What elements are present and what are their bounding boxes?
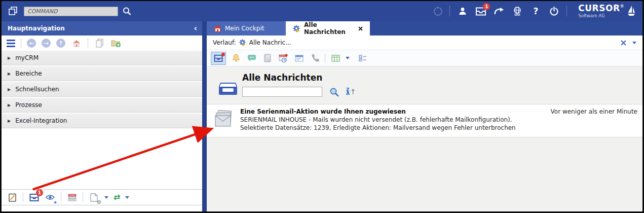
content-header: Alle Nachrichten ZA	[207, 66, 642, 97]
table-view-icon[interactable]	[330, 53, 341, 64]
page-title: Alle Nachrichten	[242, 73, 356, 83]
phone-icon[interactable]	[309, 53, 320, 64]
messages-content: Alle Nachrichten ZA	[207, 66, 642, 211]
calendar-clock-icon[interactable]	[278, 53, 289, 64]
history-entry[interactable]: Alle Nachric...	[249, 39, 291, 46]
contact-book-icon[interactable]	[262, 53, 273, 64]
inbox-badge: 1	[36, 189, 43, 196]
user-icon[interactable]	[457, 6, 468, 17]
inbox-icon[interactable]: 1	[28, 192, 40, 203]
sort-icon[interactable]: ZA ↑	[346, 88, 356, 96]
tab-alle-nachrichten[interactable]: Alle Nachrichten	[286, 21, 370, 36]
chevron-down-icon[interactable]	[125, 196, 129, 199]
nav-empty-area	[2, 129, 202, 189]
divider	[88, 39, 88, 48]
message-line-2: Selektierte Datensätze: 1239, Erledigte …	[240, 124, 541, 132]
panel-separator	[202, 21, 207, 36]
collapse-panel-icon[interactable]: ‹	[194, 24, 197, 32]
calendar-icon[interactable]	[66, 192, 78, 203]
tab-label: Mein Cockpit	[225, 25, 264, 32]
main-panel: Verlauf: Alle Nachric...	[207, 36, 642, 211]
mail-stack-icon	[214, 108, 240, 132]
tab-bar: Mein Cockpit Alle Nachrichten	[207, 21, 642, 36]
web-link-icon[interactable]	[512, 6, 523, 17]
divider	[21, 39, 21, 48]
divider	[61, 193, 61, 202]
inbox-large-icon	[214, 73, 242, 97]
statusbar-strip	[2, 205, 202, 211]
sync-icon[interactable]: ⇄	[113, 193, 120, 201]
notes-clipboard-icon[interactable]	[7, 192, 18, 203]
loading-spinner-icon	[434, 7, 442, 16]
nav-toolbar: ← → ↑	[2, 36, 202, 51]
second-row: Hauptnavigation ‹ Mein Cockpit	[2, 21, 642, 36]
detail-list-icon[interactable]	[357, 53, 368, 64]
expand-arrow-icon: ▶	[8, 119, 11, 123]
app-window: 1 ?	[0, 0, 644, 213]
message-list-item[interactable]: Eine Serienmail-Aktion wurde Ihnen zugew…	[207, 104, 642, 137]
forward-icon[interactable]: →	[42, 39, 51, 48]
chevron-down-icon[interactable]	[632, 42, 636, 44]
panel-view-icon[interactable]	[293, 53, 305, 64]
divider	[325, 54, 325, 63]
logo-title: CURSOR®	[578, 4, 624, 13]
add-folder-icon[interactable]	[110, 38, 122, 49]
panel-separator[interactable]	[202, 36, 207, 211]
inbox-icon[interactable]: 1	[475, 6, 486, 17]
process-gear-icon	[239, 39, 246, 46]
command-search	[24, 7, 131, 16]
navigation-panel: ← → ↑	[2, 36, 202, 211]
tab-mein-cockpit[interactable]: Mein Cockpit	[207, 21, 286, 36]
back-icon[interactable]: ←	[27, 39, 36, 48]
home-icon[interactable]	[71, 38, 82, 49]
nav-item-mycrm[interactable]: ▶ myCRM	[2, 51, 202, 65]
inbox-badge: 1	[483, 3, 490, 10]
notification-dot	[221, 53, 225, 56]
message-line-1: SERIENMAIL INHOUSE - Mails wurden nicht …	[240, 116, 541, 124]
messages-toolbar	[207, 50, 642, 66]
watchlist-eye-icon[interactable]: ★	[45, 192, 56, 203]
copy-icon[interactable]	[94, 38, 105, 49]
clear-history-icon[interactable]	[621, 40, 626, 46]
divider	[449, 6, 450, 16]
expand-arrow-icon: ▶	[8, 56, 11, 60]
nav-item-prozesse[interactable]: ▶ Prozesse	[2, 98, 202, 113]
power-logout-icon[interactable]	[548, 6, 559, 17]
search-icon[interactable]	[122, 7, 131, 16]
tab-label: Alle Nachrichten	[304, 21, 355, 36]
modules-icon[interactable]	[8, 6, 19, 16]
command-input[interactable]	[24, 7, 118, 16]
process-gear-icon	[293, 25, 300, 32]
up-icon[interactable]: ↑	[56, 39, 65, 48]
close-tab-icon[interactable]	[358, 26, 363, 31]
alerts-bell-icon[interactable]	[231, 53, 242, 64]
star-icon: ★	[53, 200, 57, 205]
all-messages-button[interactable]	[211, 52, 226, 65]
divider	[566, 6, 567, 16]
search-icon[interactable]	[329, 87, 339, 97]
messages-filter-input[interactable]	[242, 87, 322, 97]
redo-arrow-icon[interactable]	[494, 6, 505, 17]
nav-item-excel-integration[interactable]: ▶ Excel-Integration	[2, 114, 202, 128]
home-icon	[214, 25, 221, 32]
history-label: Verlauf:	[213, 39, 236, 46]
chevron-down-icon[interactable]	[104, 196, 108, 199]
nav-accordion: ▶ myCRM ▶ Bereiche ▶ Schnellsuchen ▶ Pro…	[2, 51, 202, 129]
message-timestamp: Vor weniger als einer Minute	[541, 108, 637, 132]
cursor-logo: CURSOR® Software AG	[576, 3, 637, 20]
message-title: Eine Serienmail-Aktion wurde Ihnen zugew…	[240, 108, 541, 115]
document-settings-icon[interactable]: ⚙	[88, 192, 99, 203]
help-icon[interactable]: ?	[530, 6, 541, 17]
nav-item-schnellsuchen[interactable]: ▶ Schnellsuchen	[2, 82, 202, 97]
nav-item-bereiche[interactable]: ▶ Bereiche	[2, 66, 202, 81]
sailboat-icon	[627, 5, 635, 17]
chevron-down-icon[interactable]	[346, 57, 350, 59]
list-search: ZA ↑	[242, 87, 356, 97]
expand-arrow-icon: ▶	[8, 103, 11, 108]
app-body: ← → ↑	[2, 36, 642, 211]
divider	[83, 193, 83, 202]
menu-icon[interactable]	[7, 40, 15, 47]
logo-subtitle: Software AG	[578, 14, 624, 18]
history-bar: Verlauf: Alle Nachric...	[207, 36, 642, 50]
chat-icon[interactable]	[246, 53, 257, 64]
